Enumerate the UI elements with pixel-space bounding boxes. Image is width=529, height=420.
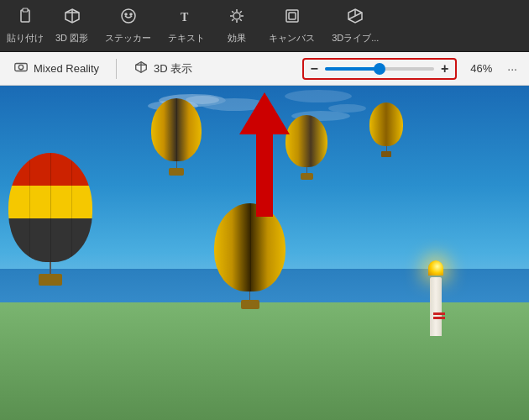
- toolbar-item-sticker[interactable]: ステッカー: [97, 3, 160, 50]
- mixed-reality-button[interactable]: Mixed Reality: [7, 56, 106, 81]
- sticker-label: ステッカー: [105, 32, 151, 45]
- svg-rect-18: [286, 10, 298, 22]
- balloon-5-envelope: [369, 102, 403, 146]
- svg-line-17: [232, 18, 233, 20]
- balloon-5: [369, 102, 403, 157]
- cube-icon: [64, 8, 81, 29]
- more-options-button[interactable]: ···: [502, 59, 522, 79]
- balloon-2-basket: [169, 168, 184, 176]
- text-label: テキスト: [168, 32, 205, 45]
- balloon-2-rope: [176, 161, 177, 168]
- balloon-1-envelope: [8, 153, 92, 262]
- balloon-1: [8, 153, 92, 286]
- balloon-4-rope: [249, 291, 250, 300]
- svg-line-15: [240, 18, 242, 20]
- svg-line-14: [232, 11, 233, 13]
- svg-line-21: [348, 16, 355, 19]
- toolbar-item-text[interactable]: T テキスト: [160, 3, 213, 50]
- 3d-display-label: 3D 表示: [154, 61, 192, 76]
- lighthouse-light: [428, 260, 443, 276]
- balloon-5-basket: [381, 151, 391, 157]
- lighthouse-body: [430, 277, 442, 336]
- zoom-value-label: 46%: [470, 62, 492, 75]
- instruction-arrow: [239, 92, 290, 217]
- svg-point-9: [233, 13, 240, 19]
- zoom-slider-fill: [325, 67, 380, 71]
- toolbar-item-3dshape[interactable]: 3D 図形: [47, 3, 97, 50]
- svg-line-16: [240, 11, 242, 13]
- zoom-slider-thumb[interactable]: [374, 63, 385, 75]
- lighthouse: [427, 260, 445, 336]
- text-icon: T: [178, 8, 195, 29]
- lighthouse-stripes: [433, 312, 445, 319]
- svg-point-5: [122, 9, 135, 23]
- secondary-toolbar: Mixed Reality 3D 表示 − + 46% ···: [0, 52, 529, 86]
- svg-point-7: [130, 13, 132, 15]
- scene-background: [0, 86, 529, 420]
- toolbar2-separator: [116, 59, 117, 79]
- balloon-4: [214, 203, 285, 309]
- sticker-icon: [120, 8, 137, 29]
- canvas-label: キャンバス: [269, 32, 315, 45]
- svg-text:T: T: [181, 11, 189, 24]
- 3d-display-icon: [134, 60, 149, 77]
- 3d-display-button[interactable]: 3D 表示: [127, 56, 199, 81]
- mixed-reality-icon: [13, 60, 29, 77]
- toolbar-item-effects[interactable]: 効果: [213, 3, 260, 50]
- balloon-3: [285, 115, 327, 180]
- balloon-4-basket: [241, 300, 259, 309]
- balloon-1-rope: [50, 262, 51, 274]
- top-toolbar: 貼り付け 3D 図形 ステッカー T: [0, 0, 529, 52]
- balloon-3-rope: [306, 167, 307, 173]
- effects-icon: [228, 8, 245, 29]
- land: [0, 302, 529, 420]
- balloon-3-envelope: [285, 115, 327, 167]
- balloon-1-basket: [39, 274, 62, 286]
- svg-rect-1: [23, 8, 28, 12]
- zoom-increase-button[interactable]: +: [441, 62, 448, 76]
- svg-point-6: [125, 13, 127, 15]
- svg-point-23: [18, 65, 23, 69]
- balloon-3-basket: [301, 173, 313, 180]
- mixed-reality-label: Mixed Reality: [34, 62, 99, 75]
- 3dshape-label: 3D 図形: [55, 32, 88, 45]
- paste-label: 貼り付け: [7, 32, 44, 45]
- toolbar-item-paste[interactable]: 貼り付け: [3, 3, 47, 50]
- live3d-label: 3Dライブ...: [332, 32, 379, 45]
- canvas-area: [0, 86, 529, 420]
- arrow-head: [239, 92, 290, 134]
- toolbar-item-canvas[interactable]: キャンバス: [260, 3, 323, 50]
- effects-label: 効果: [228, 32, 246, 45]
- paste-icon: [17, 8, 34, 29]
- toolbar-item-3dlive[interactable]: 3Dライブ...: [323, 3, 387, 50]
- zoom-decrease-button[interactable]: −: [311, 62, 318, 76]
- balloon-2-envelope: [151, 98, 202, 161]
- balloon-2: [151, 98, 202, 176]
- zoom-slider[interactable]: [325, 67, 434, 71]
- canvas-icon: [284, 8, 301, 29]
- zoom-controls: − +: [302, 58, 458, 80]
- live3d-icon: [347, 8, 364, 29]
- balloon-4-envelope: [214, 203, 285, 291]
- svg-rect-19: [289, 13, 296, 19]
- cloud-4: [328, 104, 366, 113]
